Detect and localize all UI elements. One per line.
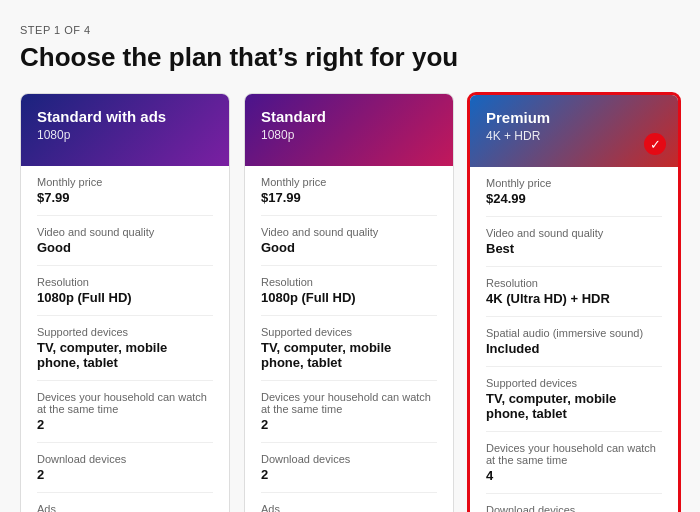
row-value-standard-4: 2 bbox=[261, 417, 437, 432]
row-value-standard-0: $17.99 bbox=[261, 190, 437, 205]
plan-row-premium-5: Devices your household can watch at the … bbox=[486, 432, 662, 494]
row-value-standard-3: TV, computer, mobile phone, tablet bbox=[261, 340, 437, 370]
plan-row-standard-ads-6: AdsLess than you might think bbox=[37, 493, 213, 512]
plan-header-standard: Standard1080p bbox=[245, 94, 453, 166]
page-title: Choose the plan that’s right for you bbox=[20, 42, 680, 73]
plans-container: Standard with ads1080pMonthly price$7.99… bbox=[20, 93, 680, 512]
plan-row-standard-ads-2: Resolution1080p (Full HD) bbox=[37, 266, 213, 316]
row-label-premium-3: Spatial audio (immersive sound) bbox=[486, 327, 662, 339]
plan-quality-standard-ads: 1080p bbox=[37, 128, 213, 142]
selected-check-icon: ✓ bbox=[644, 133, 666, 155]
plan-name-standard: Standard bbox=[261, 108, 437, 125]
row-label-premium-0: Monthly price bbox=[486, 177, 662, 189]
plan-row-standard-ads-1: Video and sound qualityGood bbox=[37, 216, 213, 266]
row-label-standard-ads-1: Video and sound quality bbox=[37, 226, 213, 238]
row-value-premium-1: Best bbox=[486, 241, 662, 256]
plan-body-standard-ads: Monthly price$7.99Video and sound qualit… bbox=[21, 166, 229, 512]
plan-row-standard-ads-5: Download devices2 bbox=[37, 443, 213, 493]
row-label-standard-ads-0: Monthly price bbox=[37, 176, 213, 188]
plan-row-standard-2: Resolution1080p (Full HD) bbox=[261, 266, 437, 316]
row-value-premium-0: $24.99 bbox=[486, 191, 662, 206]
plan-quality-premium: 4K + HDR bbox=[486, 129, 662, 143]
plan-row-standard-3: Supported devicesTV, computer, mobile ph… bbox=[261, 316, 437, 381]
plan-card-standard-ads[interactable]: Standard with ads1080pMonthly price$7.99… bbox=[20, 93, 230, 512]
plan-row-premium-0: Monthly price$24.99 bbox=[486, 167, 662, 217]
plan-row-standard-ads-3: Supported devicesTV, computer, mobile ph… bbox=[37, 316, 213, 381]
plan-name-standard-ads: Standard with ads bbox=[37, 108, 213, 125]
row-value-standard-ads-2: 1080p (Full HD) bbox=[37, 290, 213, 305]
plan-row-premium-6: Download devices6 bbox=[486, 494, 662, 512]
plan-name-premium: Premium bbox=[486, 109, 662, 126]
row-value-premium-5: 4 bbox=[486, 468, 662, 483]
row-label-standard-0: Monthly price bbox=[261, 176, 437, 188]
plan-body-standard: Monthly price$17.99Video and sound quali… bbox=[245, 166, 453, 512]
plan-row-standard-0: Monthly price$17.99 bbox=[261, 166, 437, 216]
row-label-standard-ads-3: Supported devices bbox=[37, 326, 213, 338]
row-label-premium-1: Video and sound quality bbox=[486, 227, 662, 239]
row-value-standard-ads-0: $7.99 bbox=[37, 190, 213, 205]
plan-row-standard-ads-0: Monthly price$7.99 bbox=[37, 166, 213, 216]
plan-quality-standard: 1080p bbox=[261, 128, 437, 142]
row-label-premium-4: Supported devices bbox=[486, 377, 662, 389]
row-label-premium-2: Resolution bbox=[486, 277, 662, 289]
plan-row-standard-6: AdsNo ads bbox=[261, 493, 437, 512]
row-label-standard-2: Resolution bbox=[261, 276, 437, 288]
row-value-premium-3: Included bbox=[486, 341, 662, 356]
row-label-standard-ads-6: Ads bbox=[37, 503, 213, 512]
row-label-premium-5: Devices your household can watch at the … bbox=[486, 442, 662, 466]
row-label-standard-5: Download devices bbox=[261, 453, 437, 465]
plan-row-premium-2: Resolution4K (Ultra HD) + HDR bbox=[486, 267, 662, 317]
plan-row-standard-4: Devices your household can watch at the … bbox=[261, 381, 437, 443]
row-label-standard-4: Devices your household can watch at the … bbox=[261, 391, 437, 415]
row-label-standard-ads-2: Resolution bbox=[37, 276, 213, 288]
row-value-standard-1: Good bbox=[261, 240, 437, 255]
row-value-standard-ads-1: Good bbox=[37, 240, 213, 255]
plan-card-standard[interactable]: Standard1080pMonthly price$17.99Video an… bbox=[244, 93, 454, 512]
plan-row-premium-3: Spatial audio (immersive sound)Included bbox=[486, 317, 662, 367]
plan-row-standard-ads-4: Devices your household can watch at the … bbox=[37, 381, 213, 443]
row-value-standard-ads-4: 2 bbox=[37, 417, 213, 432]
plan-card-premium[interactable]: Premium4K + HDR✓Monthly price$24.99Video… bbox=[468, 93, 680, 512]
step-label: STEP 1 OF 4 bbox=[20, 24, 680, 36]
row-value-standard-2: 1080p (Full HD) bbox=[261, 290, 437, 305]
row-label-standard-ads-4: Devices your household can watch at the … bbox=[37, 391, 213, 415]
plan-row-premium-4: Supported devicesTV, computer, mobile ph… bbox=[486, 367, 662, 432]
row-label-standard-3: Supported devices bbox=[261, 326, 437, 338]
plan-header-standard-ads: Standard with ads1080p bbox=[21, 94, 229, 166]
plan-row-standard-1: Video and sound qualityGood bbox=[261, 216, 437, 266]
row-value-standard-5: 2 bbox=[261, 467, 437, 482]
row-label-standard-6: Ads bbox=[261, 503, 437, 512]
row-label-premium-6: Download devices bbox=[486, 504, 662, 512]
row-label-standard-1: Video and sound quality bbox=[261, 226, 437, 238]
plan-row-premium-1: Video and sound qualityBest bbox=[486, 217, 662, 267]
row-label-standard-ads-5: Download devices bbox=[37, 453, 213, 465]
row-value-premium-2: 4K (Ultra HD) + HDR bbox=[486, 291, 662, 306]
plan-header-premium: Premium4K + HDR✓ bbox=[470, 95, 678, 167]
plan-body-premium: Monthly price$24.99Video and sound quali… bbox=[470, 167, 678, 512]
plan-row-standard-5: Download devices2 bbox=[261, 443, 437, 493]
row-value-standard-ads-3: TV, computer, mobile phone, tablet bbox=[37, 340, 213, 370]
row-value-standard-ads-5: 2 bbox=[37, 467, 213, 482]
row-value-premium-4: TV, computer, mobile phone, tablet bbox=[486, 391, 662, 421]
